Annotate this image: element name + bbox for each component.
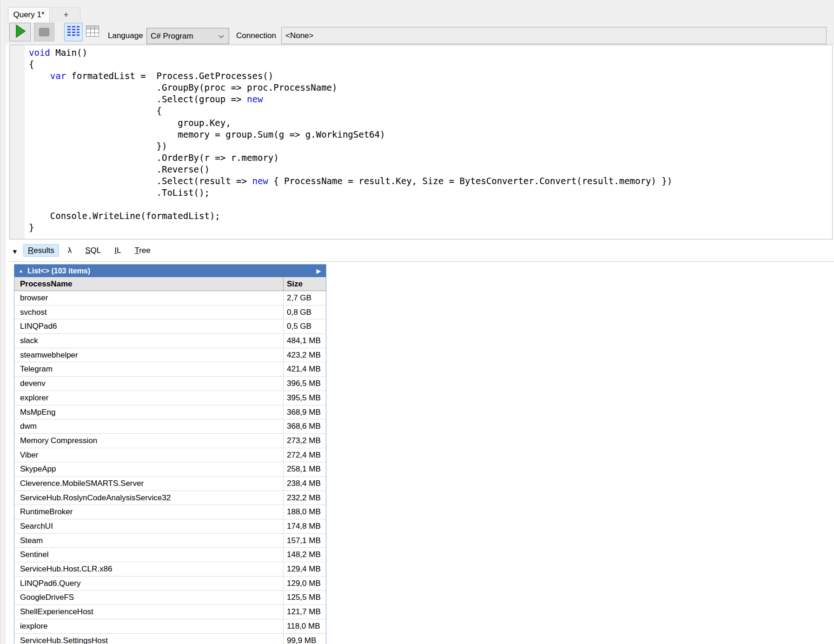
triangle-up-icon[interactable]: ▲: [19, 269, 23, 273]
table-row: MsMpEng368,9 MB: [14, 405, 326, 420]
cell-processname: ServiceHub.RoslynCodeAnalysisService32: [14, 491, 284, 505]
connection-select[interactable]: <None>: [281, 27, 827, 44]
cell-processname: steamwebhelper: [14, 348, 284, 362]
cell-processname: SkypeApp: [14, 462, 284, 476]
cell-size: 0,8 GB: [284, 305, 326, 319]
cell-size: 232,2 MB: [284, 491, 326, 505]
data-grid-results-button[interactable]: [85, 23, 100, 41]
cell-processname: LINQPad6: [14, 319, 284, 333]
results-tab-strip: ▼ ResultsλSQLILTree: [6, 242, 834, 261]
cell-size: 272,4 MB: [284, 448, 326, 462]
cell-processname: MsMpEng: [14, 405, 284, 419]
code-editor[interactable]: void Main(){ var formatedList = Process.…: [9, 45, 833, 239]
cell-size: 129,4 MB: [284, 562, 326, 576]
results-tab-results[interactable]: Results: [23, 244, 59, 257]
table-title-bar[interactable]: ▲ List<> (103 items) ▶: [14, 265, 326, 277]
table-body: browser2,7 GBsvchost0,8 GBLINQPad60,5 GB…: [14, 291, 326, 644]
triangle-right-icon[interactable]: ▶: [317, 268, 321, 274]
connection-label: Connection: [236, 27, 276, 44]
table-row: RuntimeBroker188,0 MB: [14, 505, 326, 519]
results-tab-il[interactable]: IL: [110, 244, 126, 257]
stop-button[interactable]: [34, 23, 54, 41]
cell-processname: iexplore: [14, 619, 284, 633]
column-header-processname: ProcessName: [14, 277, 284, 291]
cell-size: 368,9 MB: [284, 405, 326, 419]
table-row: Cleverence.MobileSMARTS.Server238,4 MB: [14, 477, 326, 491]
rich-text-results-button[interactable]: [64, 23, 83, 41]
linqpad-window: Query 1* +: [0, 0, 834, 644]
table-row: SearchUI174,8 MB: [14, 519, 326, 534]
results-tab-λ[interactable]: λ: [63, 244, 77, 257]
code-line: }): [29, 140, 832, 152]
code-line: .GroupBy(proc => proc.ProcessName): [29, 82, 832, 93]
cell-processname: slack: [14, 334, 284, 348]
code-line: [29, 199, 832, 210]
cell-size: 174,8 MB: [284, 519, 326, 533]
cell-processname: svchost: [14, 305, 284, 319]
cell-processname: Cleverence.MobileSMARTS.Server: [14, 477, 284, 491]
code-line: .Reverse(): [29, 164, 832, 175]
results-tabs: ResultsλSQLILTree: [23, 244, 159, 257]
query-tab[interactable]: Query 1*: [8, 7, 50, 22]
table-row: ServiceHub.SettingsHost99,9 MB: [14, 634, 326, 644]
cell-size: 2,7 GB: [284, 291, 326, 305]
table-row: explorer395,5 MB: [14, 391, 326, 405]
table-row: LINQPad60,5 GB: [14, 319, 326, 334]
stop-icon: [39, 28, 49, 36]
code-line: {: [29, 59, 832, 70]
code-line: memory = group.Sum(g => g.WorkingSet64): [29, 129, 832, 140]
new-query-tab-label: +: [64, 10, 69, 20]
results-tab-sql[interactable]: SQL: [80, 244, 106, 257]
cell-size: 484,1 MB: [284, 334, 326, 348]
editor-selection-margin[interactable]: [10, 45, 25, 239]
results-table: ▲ List<> (103 items) ▶ ProcessName Size …: [14, 264, 326, 644]
table-row: slack484,1 MB: [14, 334, 326, 348]
cell-size: 129,0 MB: [284, 577, 326, 591]
cell-size: 99,9 MB: [284, 634, 326, 644]
cell-size: 148,2 MB: [284, 548, 326, 562]
cell-size: 423,2 MB: [284, 348, 326, 362]
language-select[interactable]: C# Program: [146, 28, 229, 44]
table-row: Memory Compression273,2 MB: [14, 434, 326, 448]
table-row: ServiceHub.Host.CLR.x86129,4 MB: [14, 562, 326, 577]
run-button[interactable]: [9, 23, 31, 41]
cell-size: 125,5 MB: [284, 591, 326, 604]
cell-size: 121,7 MB: [284, 605, 326, 619]
table-row: SkypeApp258,1 MB: [14, 462, 326, 477]
code-line: }: [29, 222, 832, 233]
results-divider: [8, 261, 834, 262]
connection-value: <None>: [285, 31, 314, 40]
code-line: .OrderBy(r => r.memory): [29, 152, 832, 164]
column-header-size: Size: [284, 277, 326, 291]
query-tab-label: Query 1*: [13, 10, 44, 20]
cell-processname: ServiceHub.Host.CLR.x86: [14, 562, 284, 576]
cell-processname: Viber: [14, 448, 284, 462]
cell-size: 396,5 MB: [284, 377, 326, 391]
cell-processname: ServiceHub.SettingsHost: [14, 634, 284, 644]
triangle-down-icon[interactable]: ▼: [12, 248, 18, 255]
cell-processname: GoogleDriveFS: [14, 591, 284, 604]
table-header-row: ProcessName Size: [14, 277, 326, 291]
results-tab-tree[interactable]: Tree: [130, 244, 155, 257]
table-row: iexplore118,0 MB: [14, 619, 326, 634]
table-row: Viber272,4 MB: [14, 448, 326, 463]
new-query-tab[interactable]: +: [52, 7, 80, 22]
code-line: void Main(): [29, 47, 832, 59]
code-line: Console.WriteLine(formatedList);: [29, 210, 832, 222]
code-editor-text[interactable]: void Main(){ var formatedList = Process.…: [25, 47, 832, 234]
code-line: group.Key,: [29, 117, 832, 129]
cell-size: 188,0 MB: [284, 505, 326, 519]
query-tab-bar: Query 1* +: [6, 0, 834, 22]
cell-size: 238,4 MB: [284, 477, 326, 491]
window-edge-splitter[interactable]: [0, 0, 5, 644]
table-row: dwm368,6 MB: [14, 419, 326, 434]
toolbar: Language C# Program Connection <None>: [6, 22, 834, 45]
table-row: ServiceHub.RoslynCodeAnalysisService3223…: [14, 491, 326, 505]
cell-size: 421,4 MB: [284, 362, 326, 376]
cell-size: 395,5 MB: [284, 391, 326, 405]
cell-processname: SearchUI: [14, 519, 284, 533]
cell-processname: dwm: [14, 419, 284, 433]
language-label: Language: [108, 27, 143, 44]
cell-processname: ShellExperienceHost: [14, 605, 284, 619]
table-row: LINQPad6.Query129,0 MB: [14, 577, 326, 591]
